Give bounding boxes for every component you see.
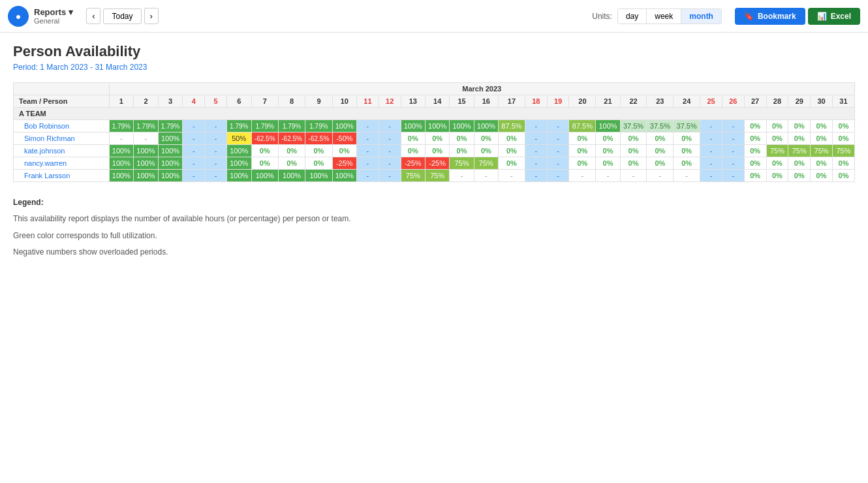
cell-nancy.warren-day-4: - bbox=[183, 157, 205, 170]
cell-Frank-Larsson-day-23: - bbox=[647, 170, 674, 182]
day-header-20: 20 bbox=[569, 95, 596, 108]
cell-Bob-Robinson-day-26: - bbox=[722, 120, 744, 132]
cell-Simon-Richman-day-5: - bbox=[205, 132, 227, 145]
unit-week-button[interactable]: week bbox=[647, 9, 681, 23]
day-header-9: 9 bbox=[305, 95, 332, 108]
cell-nancy.warren-day-2: 100% bbox=[134, 157, 159, 170]
cell-Frank-Larsson-day-28: 0% bbox=[766, 170, 788, 182]
cell-Bob-Robinson-day-8: 1.79% bbox=[278, 120, 305, 132]
cell-Frank-Larsson-day-1: 100% bbox=[109, 170, 134, 182]
cell-kate.johnson-day-30: 75% bbox=[811, 145, 833, 157]
cell-kate.johnson-day-26: - bbox=[722, 145, 744, 157]
excel-icon: 📊 bbox=[817, 12, 827, 21]
cell-Frank-Larsson-day-22: - bbox=[620, 170, 647, 182]
cell-kate.johnson-day-20: 0% bbox=[569, 145, 596, 157]
day-header-27: 27 bbox=[744, 95, 766, 108]
cell-Simon-Richman-day-20: 0% bbox=[569, 132, 596, 145]
cell-nancy.warren-day-27: 0% bbox=[744, 157, 766, 170]
cell-Bob-Robinson-day-20: 87.5% bbox=[569, 120, 596, 132]
col-header: Team / Person bbox=[14, 95, 110, 108]
page-content: Person Availability Period: 1 March 2023… bbox=[0, 33, 868, 270]
nav-next-button[interactable]: › bbox=[144, 8, 159, 24]
legend: Legend: This availability report display… bbox=[13, 198, 855, 260]
cell-kate.johnson-day-1: 100% bbox=[109, 145, 134, 157]
cell-Bob-Robinson-day-30: 0% bbox=[811, 120, 833, 132]
table-row: Simon Richman--100%--50%-62.5%-62.5%-62.… bbox=[14, 132, 855, 145]
cell-nancy.warren-day-11: - bbox=[356, 157, 379, 170]
person-name-cell: Simon Richman bbox=[14, 132, 110, 145]
nav-today-button[interactable]: Today bbox=[103, 8, 141, 24]
header: ● Reports ▾ General ‹ Today › Units: day… bbox=[0, 0, 868, 33]
units-group: day week month bbox=[617, 8, 722, 24]
day-header-14: 14 bbox=[425, 95, 449, 108]
table-row: nancy.warren100%100%100%--100%0%0%0%-25%… bbox=[14, 157, 855, 170]
cell-Simon-Richman-day-16: 0% bbox=[474, 132, 498, 145]
cell-nancy.warren-day-9: 0% bbox=[305, 157, 332, 170]
bookmark-button[interactable]: 🔖 Bookmark bbox=[735, 8, 805, 25]
day-header-21: 21 bbox=[596, 95, 620, 108]
cell-kate.johnson-day-22: 0% bbox=[620, 145, 647, 157]
cell-nancy.warren-day-10: -25% bbox=[332, 157, 356, 170]
cell-Frank-Larsson-day-3: 100% bbox=[158, 170, 183, 182]
cell-Simon-Richman-day-29: 0% bbox=[788, 132, 811, 145]
day-header-15: 15 bbox=[450, 95, 474, 108]
cell-Bob-Robinson-day-19: - bbox=[547, 120, 569, 132]
cell-nancy.warren-day-16: 75% bbox=[474, 157, 498, 170]
availability-table-wrapper: March 2023 Team / Person 123456789101112… bbox=[13, 82, 855, 182]
cell-nancy.warren-day-28: 0% bbox=[766, 157, 788, 170]
unit-day-button[interactable]: day bbox=[618, 9, 647, 23]
day-header-16: 16 bbox=[474, 95, 498, 108]
day-header-5: 5 bbox=[205, 95, 227, 108]
cell-Simon-Richman-day-1: - bbox=[109, 132, 134, 145]
cell-Simon-Richman-day-9: -62.5% bbox=[305, 132, 332, 145]
person-name-cell: kate.johnson bbox=[14, 145, 110, 157]
cell-Simon-Richman-day-27: 0% bbox=[744, 132, 766, 145]
cell-nancy.warren-day-31: 0% bbox=[832, 157, 854, 170]
app-subtitle: General bbox=[34, 17, 73, 25]
cell-kate.johnson-day-17: 0% bbox=[499, 145, 525, 157]
team-name: A TEAM bbox=[14, 108, 855, 120]
cell-Simon-Richman-day-14: 0% bbox=[425, 132, 449, 145]
day-header-28: 28 bbox=[766, 95, 788, 108]
cell-Frank-Larsson-day-8: 100% bbox=[278, 170, 305, 182]
cell-nancy.warren-day-3: 100% bbox=[158, 157, 183, 170]
cell-Frank-Larsson-day-14: 75% bbox=[425, 170, 449, 182]
cell-nancy.warren-day-15: 75% bbox=[450, 157, 474, 170]
legend-line-1: This availability report displays the nu… bbox=[13, 212, 855, 226]
day-header-7: 7 bbox=[251, 95, 278, 108]
cell-Frank-Larsson-day-9: 100% bbox=[305, 170, 332, 182]
cell-kate.johnson-day-6: 100% bbox=[226, 145, 251, 157]
cell-nancy.warren-day-23: 0% bbox=[647, 157, 674, 170]
cell-kate.johnson-day-9: 0% bbox=[305, 145, 332, 157]
cell-Frank-Larsson-day-12: - bbox=[379, 170, 401, 182]
cell-nancy.warren-day-6: 100% bbox=[226, 157, 251, 170]
dropdown-icon[interactable]: ▾ bbox=[69, 7, 73, 17]
cell-Simon-Richman-day-18: - bbox=[525, 132, 547, 145]
cell-Bob-Robinson-day-7: 1.79% bbox=[251, 120, 278, 132]
cell-Bob-Robinson-day-17: 87.5% bbox=[499, 120, 525, 132]
legend-title: Legend: bbox=[13, 198, 855, 207]
cell-kate.johnson-day-21: 0% bbox=[596, 145, 620, 157]
logo-area: ● Reports ▾ General bbox=[8, 6, 73, 27]
cell-kate.johnson-day-14: 0% bbox=[425, 145, 449, 157]
team-row: A TEAM bbox=[14, 108, 855, 120]
cell-kate.johnson-day-23: 0% bbox=[647, 145, 674, 157]
cell-nancy.warren-day-21: 0% bbox=[596, 157, 620, 170]
cell-kate.johnson-day-28: 75% bbox=[766, 145, 788, 157]
person-name-cell: nancy.warren bbox=[14, 157, 110, 170]
cell-Frank-Larsson-day-15: - bbox=[450, 170, 474, 182]
cell-Frank-Larsson-day-13: 75% bbox=[401, 170, 425, 182]
excel-button[interactable]: 📊 Excel bbox=[808, 8, 860, 25]
unit-month-button[interactable]: month bbox=[681, 9, 721, 23]
cell-nancy.warren-day-20: 0% bbox=[569, 157, 596, 170]
cell-Simon-Richman-day-12: - bbox=[379, 132, 401, 145]
nav-prev-button[interactable]: ‹ bbox=[86, 8, 101, 24]
cell-nancy.warren-day-18: - bbox=[525, 157, 547, 170]
cell-Bob-Robinson-day-25: - bbox=[700, 120, 722, 132]
cell-Simon-Richman-day-19: - bbox=[547, 132, 569, 145]
cell-Bob-Robinson-day-24: 37.5% bbox=[674, 120, 700, 132]
availability-table: March 2023 Team / Person 123456789101112… bbox=[13, 82, 855, 182]
cell-Frank-Larsson-day-26: - bbox=[722, 170, 744, 182]
cell-Frank-Larsson-day-2: 100% bbox=[134, 170, 159, 182]
cell-Bob-Robinson-day-12: - bbox=[379, 120, 401, 132]
